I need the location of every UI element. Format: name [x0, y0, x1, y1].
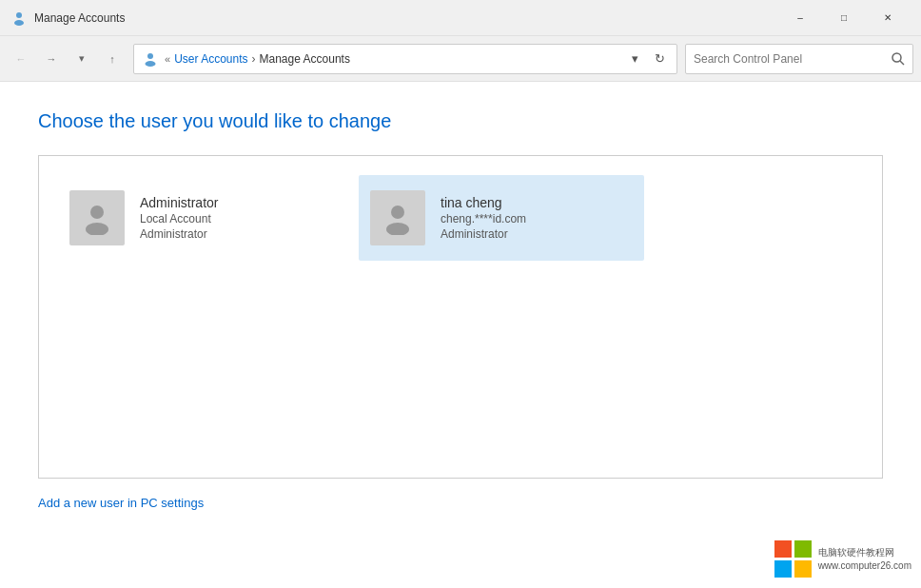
address-dropdown-button[interactable]: ▾: [625, 49, 644, 69]
add-user-link-container: Add a new user in PC settings: [38, 494, 883, 511]
forward-button[interactable]: →: [38, 46, 65, 72]
svg-line-5: [900, 61, 904, 65]
address-path: « User Accounts › Manage Accounts: [165, 52, 619, 66]
avatar-administrator: [69, 190, 125, 245]
svg-point-2: [147, 53, 153, 59]
nav-bar: ← → ▾ ↑ « User Accounts › Manage Account…: [0, 36, 921, 82]
account-detail-administrator: Local Account: [140, 212, 218, 225]
content-area: Choose the user you would like to change…: [0, 82, 921, 588]
window-title: Manage Accounts: [34, 11, 125, 25]
window-icon: [11, 10, 27, 26]
watermark-site: 电脑软硬件教程网: [818, 546, 911, 559]
close-button[interactable]: ✕: [866, 4, 910, 32]
add-user-link[interactable]: Add a new user in PC settings: [38, 496, 204, 510]
svg-rect-11: [794, 540, 812, 558]
refresh-button[interactable]: ↻: [650, 49, 669, 69]
svg-rect-13: [794, 560, 812, 578]
address-bar: « User Accounts › Manage Accounts ▾ ↻: [133, 44, 677, 74]
account-type-administrator: Administrator: [140, 227, 218, 241]
path-arrow: ›: [252, 52, 256, 66]
address-icon: [142, 50, 159, 68]
back-button[interactable]: ←: [8, 46, 34, 72]
watermark: 电脑软硬件教程网 www.computer26.com: [774, 540, 911, 578]
title-bar: Manage Accounts – □ ✕: [0, 0, 921, 36]
watermark-text: 电脑软硬件教程网 www.computer26.com: [818, 546, 911, 573]
breadcrumb-section[interactable]: User Accounts: [174, 52, 247, 66]
svg-rect-12: [774, 560, 792, 578]
account-name-administrator: Administrator: [140, 195, 218, 210]
account-detail-tina-cheng: cheng.****id.com: [441, 212, 526, 225]
path-separator: «: [165, 53, 170, 65]
svg-point-3: [146, 61, 156, 67]
up-button[interactable]: ↑: [99, 46, 126, 72]
search-box: [685, 44, 913, 74]
account-card-tina-cheng[interactable]: tina cheng cheng.****id.com Administrato…: [359, 175, 644, 261]
dropdown-button[interactable]: ▾: [69, 46, 95, 72]
minimize-button[interactable]: –: [778, 4, 822, 32]
svg-point-0: [16, 12, 22, 18]
windows-logo-icon: [774, 540, 813, 578]
svg-rect-10: [774, 540, 792, 558]
search-input[interactable]: [694, 52, 888, 66]
watermark-url: www.computer26.com: [818, 559, 911, 573]
svg-point-9: [386, 223, 409, 235]
avatar-tina-cheng: [370, 190, 425, 245]
svg-point-6: [90, 206, 104, 219]
account-card-administrator[interactable]: Administrator Local Account Administrato…: [58, 175, 343, 261]
account-type-tina-cheng: Administrator: [441, 227, 526, 241]
page-title: Choose the user you would like to change: [38, 110, 883, 132]
breadcrumb-page: Manage Accounts: [260, 52, 350, 66]
svg-point-7: [86, 223, 108, 235]
window-controls: – □ ✕: [778, 4, 910, 32]
maximize-button[interactable]: □: [822, 4, 866, 32]
account-info-administrator: Administrator Local Account Administrato…: [140, 195, 218, 241]
svg-point-4: [892, 53, 901, 62]
account-info-tina-cheng: tina cheng cheng.****id.com Administrato…: [441, 195, 526, 241]
svg-point-8: [391, 206, 404, 219]
search-button[interactable]: [892, 52, 905, 66]
svg-point-1: [14, 20, 24, 26]
accounts-container: Administrator Local Account Administrato…: [38, 155, 883, 479]
account-name-tina-cheng: tina cheng: [441, 195, 526, 210]
